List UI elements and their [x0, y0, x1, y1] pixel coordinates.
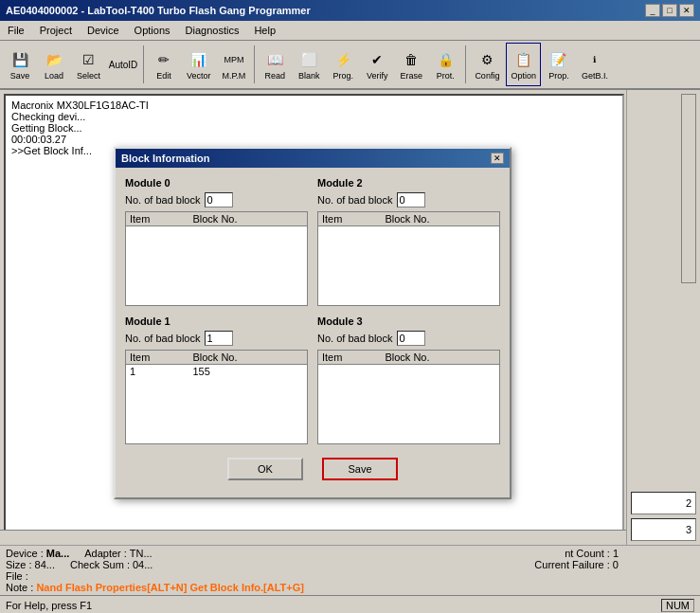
verify-button[interactable]: ✔ Verify — [361, 43, 393, 86]
prop-button[interactable]: 📝 Prop. — [543, 43, 575, 86]
module-2-bad-block-input[interactable] — [397, 192, 425, 207]
module-2-bad-block-label: No. of bad block — [317, 194, 393, 206]
menu-bar: File Project Device Options Diagnostics … — [0, 21, 700, 41]
title-bar: AE0404000002 - LabTool-T400 Turbo Flash … — [0, 0, 700, 21]
module-3-title: Module 3 — [317, 316, 500, 327]
dialog-buttons: OK Save — [125, 450, 500, 488]
failure-label: Current Failure : 0 — [534, 559, 694, 570]
option-icon: 📋 — [512, 48, 535, 71]
menu-device[interactable]: Device — [83, 23, 123, 38]
module-1-bad-block-row: No. of bad block — [125, 331, 308, 346]
erase-icon: 🗑 — [400, 48, 422, 71]
vector-button[interactable]: 📊 Vector — [182, 43, 216, 86]
module-0-bad-block-input[interactable] — [205, 192, 233, 207]
dialog-close-button[interactable]: ✕ — [491, 153, 504, 164]
module-1-title: Module 1 — [125, 316, 308, 327]
prop-label: Prop. — [548, 71, 569, 81]
module-1-row1-blockno: 155 — [188, 365, 307, 379]
module-2-col-item: Item — [318, 212, 381, 226]
module-1-col-item: Item — [126, 351, 188, 365]
save-button-dialog[interactable]: Save — [322, 458, 398, 480]
menu-options[interactable]: Options — [131, 23, 174, 38]
blank-icon: ⬜ — [297, 48, 320, 71]
module-3-bad-block-input[interactable] — [397, 331, 425, 346]
checksum-label: Check Sum : 04... — [70, 559, 153, 570]
note-label: Note : — [6, 582, 36, 593]
read-button[interactable]: 📖 Read — [259, 43, 291, 86]
bottom-info-row2: Size : 84... Check Sum : 04... Current F… — [6, 559, 694, 570]
autoid-icon: AutoID — [112, 53, 135, 76]
toolbar-separator-2 — [254, 45, 255, 83]
save-label: Save — [10, 71, 30, 81]
autoid-button[interactable]: AutoID — [107, 43, 139, 86]
config-button[interactable]: ⚙ Config — [470, 43, 504, 86]
edit-button[interactable]: ✏ Edit — [148, 43, 180, 86]
maximize-button[interactable]: □ — [662, 4, 677, 17]
module-2-box: Module 2 No. of bad block Item Block No. — [317, 177, 500, 306]
close-button[interactable]: ✕ — [679, 4, 694, 17]
select-label: Select — [77, 71, 100, 81]
edit-label: Edit — [156, 71, 171, 81]
verify-label: Verify — [367, 71, 388, 81]
save-icon: 💾 — [9, 48, 31, 71]
file-label: File : — [6, 570, 28, 582]
getbi-button[interactable]: ℹ GetB.I. — [577, 43, 613, 86]
dialog-overlay: Block Information ✕ Module 0 No. of bad … — [0, 90, 700, 545]
prot-label: Prot. — [437, 71, 455, 81]
count-label: nt Count : 1 — [565, 548, 694, 559]
getbi-icon: ℹ — [583, 48, 606, 71]
menu-diagnostics[interactable]: Diagnostics — [182, 23, 243, 38]
bottom-info-area: Device : Ma... Adapter : TN... nt Count … — [0, 545, 700, 595]
module-2-col-blockno: Block No. — [381, 212, 499, 226]
menu-help[interactable]: Help — [250, 23, 279, 38]
load-label: Load — [45, 71, 63, 81]
read-icon: 📖 — [263, 48, 286, 71]
module-2-title: Module 2 — [317, 177, 500, 189]
app-title: AE0404000002 - LabTool-T400 Turbo Flash … — [6, 5, 311, 16]
module-0-table: Item Block No. — [125, 211, 308, 306]
module-3-bad-block-row: No. of bad block — [317, 331, 500, 346]
mpm-button[interactable]: MPM M.P.M — [218, 43, 251, 86]
vector-label: Vector — [187, 71, 211, 81]
module-1-bad-block-label: No. of bad block — [125, 333, 201, 344]
verify-icon: ✔ — [366, 48, 388, 71]
blank-button[interactable]: ⬜ Blank — [293, 43, 325, 86]
menu-file[interactable]: File — [4, 23, 28, 38]
dialog-title: Block Information — [121, 153, 210, 164]
minimize-button[interactable]: _ — [645, 4, 660, 17]
module-3-box: Module 3 No. of bad block Item Block No. — [317, 316, 500, 444]
toolbar-separator-1 — [143, 45, 144, 83]
toolbar-separator-3 — [465, 45, 466, 83]
dialog-content: Module 0 No. of bad block Item Block No. — [116, 168, 510, 497]
erase-button[interactable]: 🗑 Erase — [395, 43, 427, 86]
module-0-col-blockno: Block No. — [188, 212, 307, 226]
dialog-title-bar: Block Information ✕ — [116, 149, 510, 168]
module-1-table: Item Block No. 1 155 — [125, 350, 308, 444]
title-controls: _ □ ✕ — [645, 4, 694, 17]
prog-button[interactable]: ⚡ Prog. — [327, 43, 359, 86]
config-icon: ⚙ — [476, 48, 498, 71]
prop-icon: 📝 — [547, 48, 570, 71]
getbi-label: GetB.I. — [582, 71, 608, 81]
mpm-icon: MPM — [223, 48, 245, 71]
bottom-info-row4: Note : Nand Flash Properties[ALT+N] Get … — [6, 582, 694, 593]
module-2-table: Item Block No. — [317, 211, 500, 306]
option-button[interactable]: 📋 Option — [506, 43, 541, 86]
module-1-tbody: 1 155 — [126, 365, 307, 379]
prot-button[interactable]: 🔒 Prot. — [429, 43, 461, 86]
ok-button[interactable]: OK — [227, 458, 303, 480]
module-3-col-item: Item — [318, 351, 381, 365]
module-grid: Module 0 No. of bad block Item Block No. — [125, 177, 500, 444]
module-1-bad-block-input[interactable] — [205, 331, 233, 346]
module-3-bad-block-label: No. of bad block — [317, 333, 393, 344]
config-label: Config — [475, 71, 499, 81]
table-row: 1 155 — [126, 365, 307, 379]
menu-project[interactable]: Project — [36, 23, 76, 38]
mpm-label: M.P.M — [223, 71, 246, 81]
help-text: For Help, press F1 — [6, 600, 92, 611]
select-button[interactable]: ☑ Select — [72, 43, 105, 86]
load-button[interactable]: 📂 Load — [38, 43, 70, 86]
module-0-box: Module 0 No. of bad block Item Block No. — [125, 177, 308, 306]
prot-icon: 🔒 — [434, 48, 457, 71]
save-button[interactable]: 💾 Save — [4, 43, 36, 86]
